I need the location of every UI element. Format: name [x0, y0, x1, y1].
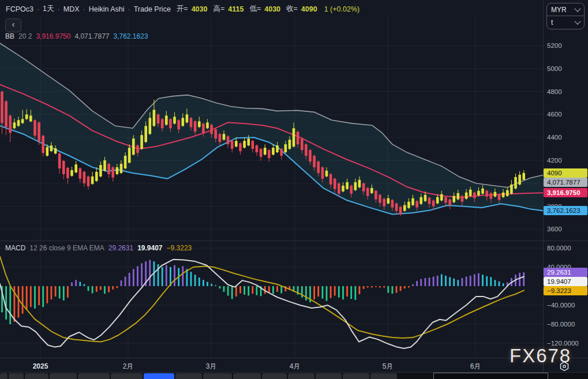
- time-axis-label: 2025: [33, 362, 48, 371]
- open-value: 4030: [192, 5, 208, 13]
- price-axis-label: 4600: [547, 110, 587, 119]
- macd-badge: 19.9407: [544, 277, 587, 286]
- price-axis-label: 4200: [547, 156, 587, 165]
- bb-indicator-legend[interactable]: BB 20 2 3,916.9750 4,071.7877 3,762.1623: [5, 32, 148, 40]
- price-axis-label: 4400: [547, 133, 587, 142]
- bb-params: 20 2: [18, 32, 32, 40]
- price-axis-label: 3600: [547, 224, 587, 234]
- bb-lower-value: 3,762.1623: [114, 32, 148, 40]
- close-label: 收=: [286, 4, 298, 14]
- price-axis-label: 4800: [547, 87, 587, 96]
- price-badge: 3,762.1623: [544, 206, 587, 215]
- currency-unit-box: MYR t: [546, 3, 585, 29]
- toolbar-segment[interactable]: [262, 373, 287, 379]
- change-value: 1 (+0.02%): [324, 5, 360, 13]
- bb-name: BB: [5, 32, 14, 40]
- chevron-down-icon: [574, 18, 580, 24]
- hexagon-logo-icon: [559, 361, 570, 372]
- macd-hist-value: 29.2631: [108, 244, 133, 252]
- open-label: 开=: [177, 4, 188, 14]
- time-axis-label: 5月: [383, 362, 394, 371]
- currency-value: MYR: [551, 6, 567, 14]
- low-label: 低=: [249, 4, 261, 14]
- macd-indicator-legend[interactable]: MACD 12 26 close 9 EMA EMA 29.2631 19.94…: [5, 244, 192, 252]
- toolbar-segment[interactable]: [0, 373, 8, 379]
- macd-params: 12 26 close 9 EMA EMA: [29, 244, 104, 252]
- toolbar-segment[interactable]: [78, 373, 110, 379]
- chart-legend: FCPOc3 · 1天 · MDX · Heikin Ashi · Trade …: [6, 4, 359, 14]
- macd-badge: 29.2631: [544, 268, 587, 277]
- low-value: 4030: [264, 5, 280, 13]
- toolbar-segment[interactable]: [316, 373, 342, 379]
- price-axis-label: 5000: [547, 64, 587, 73]
- exchange-label: MDX: [63, 5, 80, 13]
- macd-name: MACD: [5, 244, 25, 252]
- time-axis-label: 2月: [123, 362, 134, 371]
- toolbar-segment[interactable]: [9, 373, 24, 379]
- bb-upper-value: 4,071.7877: [74, 32, 109, 40]
- unit-dropdown[interactable]: t: [547, 16, 584, 28]
- price-badge: 3,916.9750: [544, 188, 587, 197]
- symbol-name[interactable]: FCPOc3: [6, 5, 33, 13]
- chevron-down-icon: [574, 5, 580, 12]
- high-label: 高=: [213, 4, 224, 14]
- bb-basis-value: 3,916.9750: [36, 32, 70, 40]
- chart-canvas[interactable]: [0, 0, 588, 379]
- price-axis-label: 5200: [547, 41, 587, 50]
- macd-axis-label: −40.0000: [547, 301, 587, 310]
- close-value: 4090: [301, 5, 317, 13]
- toolbar-segment[interactable]: [288, 373, 314, 379]
- back-button[interactable]: ‹: [5, 18, 21, 32]
- toolbar-segment[interactable]: [370, 373, 397, 379]
- currency-dropdown[interactable]: MYR: [547, 3, 584, 16]
- toolbar-segment[interactable]: [50, 373, 77, 379]
- bottom-toolbar: [0, 373, 588, 379]
- time-axis-label: 6月: [470, 362, 481, 371]
- toolbar-segment[interactable]: [111, 373, 143, 379]
- toolbar-segment[interactable]: [175, 373, 202, 379]
- toolbar-segment[interactable]: [203, 373, 232, 379]
- price-badge: 4,071.7877: [544, 178, 587, 187]
- macd-line-value: 19.9407: [137, 244, 162, 252]
- price-badge: 4090: [544, 168, 587, 178]
- macd-badge: −9.3223: [544, 286, 587, 295]
- toolbar-segment[interactable]: [233, 373, 261, 379]
- chart-style-label: Heikin Ashi: [89, 5, 125, 13]
- time-axis-label: 4月: [290, 362, 301, 371]
- time-axis-label: 3月: [206, 362, 217, 371]
- series-name-label: Trade Price: [134, 5, 171, 13]
- toolbar-segment[interactable]: [25, 373, 48, 379]
- toolbar-segment[interactable]: [343, 373, 369, 379]
- macd-signal-value: −9.3223: [167, 244, 192, 252]
- interval-label[interactable]: 1天: [43, 4, 54, 14]
- toolbar-input-box[interactable]: [433, 373, 548, 379]
- trading-chart-window: FCPOc3 · 1天 · MDX · Heikin Ashi · Trade …: [0, 0, 588, 379]
- toolbar-segment[interactable]: [144, 373, 174, 379]
- unit-value: t: [551, 18, 553, 27]
- macd-axis-label: 80.0000: [547, 243, 587, 253]
- high-value: 4115: [228, 5, 244, 13]
- macd-axis-label: −80.0000: [547, 320, 587, 329]
- back-arrow-icon: ‹: [12, 20, 15, 29]
